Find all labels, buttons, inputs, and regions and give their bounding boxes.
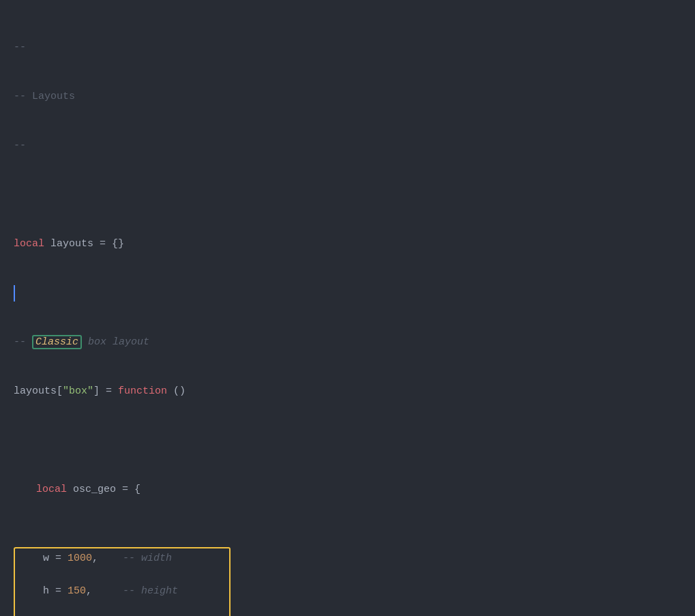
geo-line-h: h = 150, -- height	[20, 583, 221, 600]
code-editor: -- -- Layouts -- local layouts = {} -- C…	[14, 7, 681, 616]
line-1: --	[14, 40, 681, 56]
line-4	[14, 187, 681, 203]
line-3: --	[14, 138, 681, 154]
line-9	[14, 432, 681, 449]
line-10: local osc_geo = {	[14, 482, 681, 498]
line-7: -- Classic box layout	[14, 334, 681, 351]
geo-highlight-box: w = 1000, -- width h = 150, -- height r …	[14, 547, 231, 616]
geo-box-wrapper: w = 1000, -- width h = 150, -- height r …	[14, 531, 681, 616]
line-2: -- Layouts	[14, 89, 681, 105]
line-6	[14, 285, 681, 302]
geo-line-w: w = 1000, -- width	[20, 551, 221, 567]
line-5: local layouts = {}	[14, 236, 681, 252]
line-8: layouts["box"] = function ()	[14, 383, 681, 400]
